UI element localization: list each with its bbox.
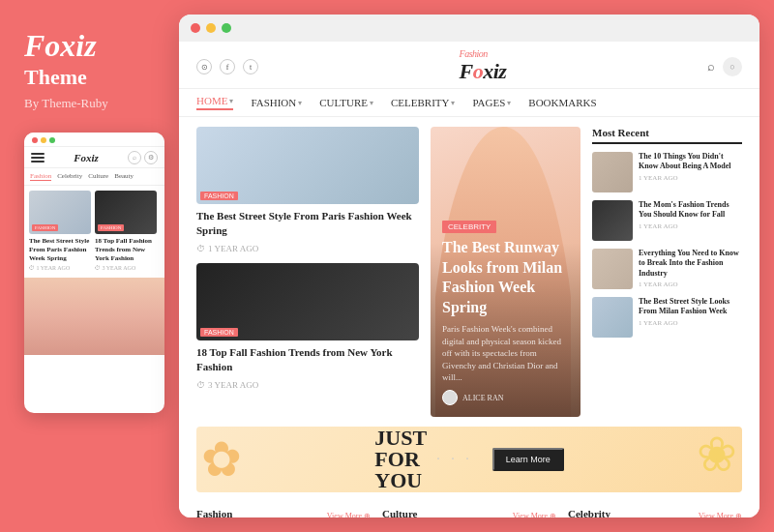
- site-header-left: ⊙ f t: [196, 59, 258, 74]
- right-sidebar: Most Recent The 10 Things You Didn't Kno…: [592, 127, 742, 417]
- bottom-section-title-celebrity: Celebrity: [568, 508, 610, 517]
- desktop-content: ⊙ f t Fashion Foxiz ⌕ ○ HOME ▾ FASHION ▾…: [179, 42, 759, 517]
- recent-meta-3: 1 YEAR AGO: [639, 281, 742, 288]
- mobile-dot-yellow: [41, 137, 46, 143]
- view-more-fashion[interactable]: View More ⊕: [327, 512, 371, 518]
- mobile-settings-icon[interactable]: ⚙: [144, 151, 158, 164]
- mobile-nav-culture[interactable]: Culture: [88, 172, 108, 181]
- recent-img-4: [592, 297, 633, 338]
- article-tag-1: FASHION: [200, 192, 238, 200]
- ad-banner: ✿ JUST FOR YOU · · · Learn More ❀: [196, 427, 742, 492]
- header-globe-icon[interactable]: ⊙: [196, 59, 212, 74]
- mobile-dot-green: [49, 137, 55, 143]
- header-twitter-icon[interactable]: t: [243, 59, 258, 74]
- ad-learn-more-button[interactable]: Learn More: [492, 448, 564, 471]
- bottom-section-header-celebrity: Celebrity View More ⊕: [568, 508, 742, 517]
- article-img-1: FASHION: [196, 127, 419, 204]
- nav-bookmarks[interactable]: BOOKMARKS: [528, 95, 596, 110]
- ad-decor-right: ❀: [697, 427, 737, 483]
- nav-fashion[interactable]: FASHION ▾: [251, 95, 302, 110]
- hero-overlay: CELEBRITY The Best Runway Looks from Mil…: [431, 243, 580, 417]
- mobile-card-tag-2: FASHION: [98, 224, 124, 231]
- center-hero: CELEBRITY The Best Runway Looks from Mil…: [431, 127, 580, 417]
- desktop-titlebar: [179, 15, 759, 42]
- recent-text-3: Everything You Need to Know to Break Int…: [639, 249, 742, 288]
- author-name: ALICE RAN: [462, 394, 503, 402]
- recent-img-2: [592, 200, 633, 241]
- bottom-sections: Fashion View More ⊕ The 10 Things You Di…: [179, 500, 759, 517]
- article-tag-2: FASHION: [200, 328, 238, 337]
- recent-item-3: Everything You Need to Know to Break Int…: [592, 249, 742, 289]
- mobile-card-title-1: The Best Street Style From Paris Fashion…: [29, 237, 91, 263]
- ad-dots: · · ·: [436, 452, 473, 467]
- mobile-nav-celebrity[interactable]: Celebrity: [57, 172, 82, 181]
- ad-decor-left: ✿: [201, 431, 242, 488]
- recent-title-3: Everything You Need to Know to Break Int…: [639, 249, 742, 279]
- titlebar-dot-green: [222, 23, 231, 33]
- main-content: FASHION The Best Street Style From Paris…: [179, 117, 759, 427]
- article-title-1: The Best Street Style From Paris Fashion…: [196, 209, 419, 239]
- hero-desc: Paris Fashion Week's combined digital an…: [442, 323, 569, 384]
- recent-title-2: The Mom's Fashion Trends You Should Know…: [639, 200, 742, 221]
- nav-home[interactable]: HOME ▾: [196, 95, 233, 110]
- mobile-header-icons: ⌕ ⚙: [128, 151, 158, 164]
- nav-culture[interactable]: CULTURE ▾: [319, 95, 373, 110]
- mobile-nav: Fashion Celebrity Culture Beauty: [24, 168, 164, 186]
- mobile-card-img-1: FASHION: [29, 191, 91, 234]
- author-avatar: [442, 390, 458, 405]
- recent-text-2: The Mom's Fashion Trends You Should Know…: [639, 200, 742, 230]
- bottom-section-culture: Culture View More ⊕ Everything You Need …: [382, 508, 556, 517]
- mobile-titlebar-dots: [32, 137, 55, 143]
- mobile-card-title-2: 18 Top Fall Fashion Trends from New York…: [95, 237, 157, 263]
- mobile-portrait: [24, 278, 164, 355]
- site-brand: Fashion Foxiz: [460, 49, 507, 84]
- recent-meta-1: 1 YEAR AGO: [639, 174, 742, 182]
- mobile-nav-fashion[interactable]: Fashion: [30, 172, 51, 181]
- recent-meta-2: 1 YEAR AGO: [639, 222, 742, 230]
- recent-img-1: [592, 152, 633, 192]
- bottom-section-fashion: Fashion View More ⊕ The 10 Things You Di…: [196, 508, 371, 517]
- recent-img-3: [592, 249, 633, 289]
- mobile-cards: FASHION The Best Street Style From Paris…: [24, 186, 164, 274]
- sidebar-most-recent-title: Most Recent: [592, 127, 742, 144]
- mobile-card-img-2: FASHION: [95, 191, 157, 234]
- view-more-celebrity[interactable]: View More ⊕: [699, 512, 742, 518]
- mobile-hamburger-icon[interactable]: [31, 153, 45, 163]
- mobile-card-meta-2: ⏱ 3 YEAR AGO: [95, 265, 157, 271]
- mobile-dot-red: [32, 137, 38, 143]
- titlebar-dot-yellow: [206, 23, 216, 33]
- bottom-section-celebrity: Celebrity View More ⊕ The Mom's Fashion …: [568, 508, 742, 517]
- recent-item-2: The Mom's Fashion Trends You Should Know…: [592, 200, 742, 241]
- recent-title-4: The Best Street Style Looks From Milan F…: [639, 297, 742, 317]
- recent-item-1: The 10 Things You Didn't Know About Bein…: [592, 152, 742, 192]
- nav-pages[interactable]: PAGES ▾: [472, 95, 511, 110]
- mobile-card-tag-1: FASHION: [32, 224, 58, 231]
- bottom-section-title-fashion: Fashion: [196, 508, 232, 517]
- mobile-nav-beauty[interactable]: Beauty: [114, 172, 134, 181]
- article-title-2: 18 Top Fall Fashion Trends from New York…: [196, 345, 419, 375]
- mobile-card-2: FASHION 18 Top Fall Fashion Trends from …: [95, 191, 157, 271]
- recent-title-1: The 10 Things You Didn't Know About Bein…: [639, 152, 742, 172]
- mobile-card-1: FASHION The Best Street Style From Paris…: [29, 191, 91, 271]
- site-header: ⊙ f t Fashion Foxiz ⌕ ○: [179, 42, 759, 89]
- hero-author: ALICE RAN: [442, 390, 569, 405]
- nav-celebrity[interactable]: CELEBRITY ▾: [391, 95, 456, 110]
- bottom-section-header-fashion: Fashion View More ⊕: [196, 508, 371, 517]
- article-card-2: FASHION 18 Top Fall Fashion Trends from …: [196, 263, 419, 390]
- desktop-mockup: ⊙ f t Fashion Foxiz ⌕ ○ HOME ▾ FASHION ▾…: [179, 15, 759, 517]
- mobile-header: [24, 133, 164, 147]
- recent-item-4: The Best Street Style Looks From Milan F…: [592, 297, 742, 338]
- header-search-icon[interactable]: ⌕: [707, 59, 715, 74]
- header-user-icon[interactable]: ○: [723, 57, 742, 76]
- view-more-culture[interactable]: View More ⊕: [513, 512, 556, 518]
- ad-text: JUST FOR YOU: [374, 428, 427, 491]
- site-header-right: ⌕ ○: [707, 57, 742, 76]
- article-card-1: FASHION The Best Street Style From Paris…: [196, 127, 419, 253]
- mobile-card-meta-1: ⏱ 1 YEAR AGO: [29, 265, 91, 271]
- header-facebook-icon[interactable]: f: [220, 59, 235, 74]
- recent-text-4: The Best Street Style Looks From Milan F…: [639, 297, 742, 327]
- article-meta-2: ⏱ 3 YEAR AGO: [196, 380, 419, 390]
- mobile-search-icon[interactable]: ⌕: [128, 151, 141, 164]
- article-meta-1: ⏱ 1 YEAR AGO: [196, 244, 419, 253]
- mobile-brand: Foxiz: [74, 152, 99, 163]
